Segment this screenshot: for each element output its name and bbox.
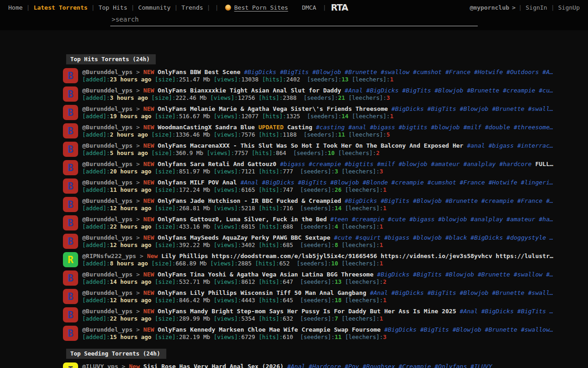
torrent-title[interactable]: Sisi Rose Has Very Hard Anal Sex (2026) — [140, 363, 283, 368]
rta-logo[interactable]: RTA — [331, 2, 348, 12]
nav-latest-torrents[interactable]: Latest Torrents — [30, 4, 91, 11]
site-handle[interactable]: @mypornclub — [469, 4, 509, 11]
user-avatar[interactable]: B — [63, 326, 78, 341]
torrent-title[interactable]: OnlyFans Lily Phillips Wisconsin Tiff 50… — [154, 289, 367, 296]
hits-value: 747 — [283, 186, 300, 193]
user-avatar[interactable]: B — [63, 68, 78, 83]
size-value: 851.97 Mb — [179, 168, 214, 175]
signin-link[interactable]: SignIn — [522, 4, 551, 11]
user-link[interactable]: @Burunddel_yps — [82, 142, 133, 149]
added-value: 15 hours ago — [110, 334, 155, 340]
tag-list[interactable]: #BigDicks #BigTits #Blowjob #Brunette #s… — [240, 69, 553, 75]
user-avatar[interactable]: B — [63, 215, 78, 230]
torrent-title[interactable]: OnlyFans Gattouz0, Luna Silver, Fuck in … — [154, 216, 327, 223]
tag-list[interactable]: #casting #anal #bigass #bigtits #blowjob… — [312, 124, 553, 131]
user-avatar[interactable]: B — [63, 197, 78, 212]
signup-link[interactable]: SignUp — [554, 4, 583, 11]
tag-list[interactable]: #BigDicks #BigTits #Blowjob #Brunette #s… — [388, 105, 553, 112]
torrent-title[interactable]: Onlyfans MILF POV Anal — [154, 179, 237, 186]
user-link[interactable]: @Burunddel_yps — [82, 271, 133, 278]
new-badge: NEW — [143, 289, 154, 296]
title-line: @Burunddel_yps > NEW OnlyFans Bianxxxkie… — [82, 86, 553, 94]
tag-list[interactable]: #Anal #Hardcore #Pov #Roughsex #Creampie… — [283, 363, 492, 368]
dmca-link[interactable]: DMCA — [302, 4, 316, 11]
user-avatar[interactable]: B — [63, 234, 78, 249]
tag-list[interactable]: #Anal #BigDicks #BigTits #Blowjob #Brune… — [366, 289, 553, 296]
user-link[interactable]: @Burunddel_yps — [82, 124, 133, 131]
tag-list[interactable]: #BigDicks #BigTits #Blowjob #Brunette #s… — [381, 326, 554, 333]
user-link[interactable]: @Burunddel_yps — [82, 179, 133, 186]
views-label: [views]: — [214, 297, 241, 304]
torrent-title[interactable]: OnlyFans BBW Best Scene — [154, 69, 241, 75]
torrent-title[interactable]: OnlyFans Mandy Bright Step-mom Says Her … — [154, 308, 456, 315]
size-label: [size]: — [155, 168, 179, 175]
meta-line: [added]:15 hours ago [size]:282.19 Mb [v… — [82, 334, 553, 341]
torrent-title[interactable]: Lily Phillips https://doodstream.com/e/l… — [158, 253, 553, 259]
torrent-title[interactable]: OnlyFans MacarenaXXX - This Slut Was So … — [154, 142, 464, 149]
torrent-title[interactable]: Casting — [283, 124, 312, 131]
nav-trends[interactable]: Trends — [178, 4, 207, 11]
torrent-title[interactable]: OnlyFans Bianxxxkie Tight Asian Anal Slu… — [154, 87, 341, 94]
user-link[interactable]: @Burunddel_yps — [82, 234, 133, 241]
tag-list[interactable]: #cute #squirt #bigass #blowjob #black #B… — [330, 234, 553, 241]
user-avatar[interactable]: B — [63, 160, 78, 175]
leechers-label: [leechers]: — [345, 278, 383, 285]
added-value: 5 hours ago — [110, 150, 151, 156]
views-label: [views]: — [214, 223, 241, 230]
tag-list[interactable]: #Anal #BigDicks #BigTits #Blowjob #Blond… — [237, 179, 554, 186]
tag-list[interactable]: #Anal #BigDicks #BigTits … — [456, 308, 553, 315]
leechers-value: 1 — [379, 242, 383, 248]
user-link[interactable]: @ILUVY_yps — [82, 363, 118, 368]
tag-list[interactable]: #BigDicks #BigTits #Blowjob #Brunette #c… — [341, 197, 554, 204]
tag-list[interactable]: #bigass #creampie #bigtits #milf #blowjo… — [277, 161, 532, 167]
torrent-title[interactable]: WoodmanCastingX Sandra Blue — [154, 124, 255, 131]
seeders-value: 14 — [342, 113, 352, 120]
user-link[interactable]: @Burunddel_yps — [82, 197, 133, 204]
user-link[interactable]: @Burunddel_yps — [82, 105, 133, 112]
user-avatar[interactable]: B — [63, 105, 78, 120]
main-nav: Home | Latest Torrents | Top Hits | Comm… — [5, 2, 348, 12]
nav-separator: | — [518, 4, 522, 11]
tag-list[interactable]: #BigDicks #BigTits #Blowjob #Brunette #s… — [373, 271, 553, 278]
tag-list[interactable]: #teen #creampie #cute #bigass #blowjob #… — [327, 216, 553, 223]
user-link[interactable]: @RIPNsfw222_yps — [82, 253, 136, 259]
nav-home[interactable]: Home — [5, 4, 26, 11]
user-avatar[interactable]: B — [63, 142, 78, 157]
nav-top-hits[interactable]: Top Hits — [95, 4, 131, 11]
torrent-title[interactable]: OnlyFans Jade Hutchison - IR BBC Fucked … — [154, 197, 341, 204]
size-value: 1336.46 Mb — [175, 131, 214, 138]
user-link[interactable]: @Burunddel_yps — [82, 216, 133, 223]
tag-list[interactable]: #Anal #BigDicks #BigTits #Blowjob #Brune… — [341, 87, 554, 94]
torrent-title[interactable]: OnlyFans Tina Yoshi & Agatha Vega Asian … — [154, 271, 373, 278]
torrent-title[interactable]: OnlyFans Melanie Marie & Agatha Vega Sis… — [154, 105, 388, 112]
user-link[interactable]: @Burunddel_yps — [82, 87, 133, 94]
user-avatar[interactable]: B — [63, 307, 78, 322]
torrent-title[interactable]: OnlyFans Kennedy Marksen Chloe Mae Wife … — [154, 326, 381, 333]
torrent-title[interactable]: Onlyfans MaySeeds AquaZay Perky PAWG BBC… — [154, 234, 331, 241]
nav-community[interactable]: Community — [135, 4, 174, 11]
search-input[interactable]: >search — [110, 15, 478, 26]
views-label: [views]: — [207, 150, 234, 156]
user-avatar[interactable]: B — [63, 270, 78, 286]
user-link[interactable]: @Burunddel_yps — [82, 69, 133, 75]
title-line: @Burunddel_yps > NEW OnlyFans Mandy Brig… — [82, 307, 553, 315]
torrent-row: B@Burunddel_yps > NEW OnlyFans MacarenaX… — [63, 142, 588, 157]
user-link[interactable]: @Burunddel_yps — [82, 289, 133, 296]
hits-value: 685 — [283, 242, 300, 248]
best-porn-sites-link[interactable]: Best Porn Sites — [225, 4, 288, 11]
user-avatar[interactable]: B — [63, 86, 78, 102]
user-avatar[interactable]: R — [63, 252, 78, 267]
user-avatar[interactable]: I — [63, 362, 78, 368]
user-avatar[interactable]: B — [63, 123, 78, 138]
hits-value: 647 — [283, 278, 300, 285]
torrent-title[interactable]: Onlyfans Sara Retali And Gattouz0 — [154, 161, 277, 167]
user-link[interactable]: @Burunddel_yps — [82, 326, 133, 333]
tag-list[interactable]: #anal #bigass #interrac… — [464, 142, 554, 149]
user-avatar[interactable]: B — [63, 178, 78, 194]
user-link[interactable]: @Burunddel_yps — [82, 308, 133, 315]
user-link[interactable]: @Burunddel_yps — [82, 161, 133, 167]
seeders-value: 14 — [334, 205, 345, 212]
nav-separator: | — [322, 4, 326, 11]
user-avatar[interactable]: B — [63, 289, 78, 304]
title-suffix: FULL… — [531, 161, 553, 167]
